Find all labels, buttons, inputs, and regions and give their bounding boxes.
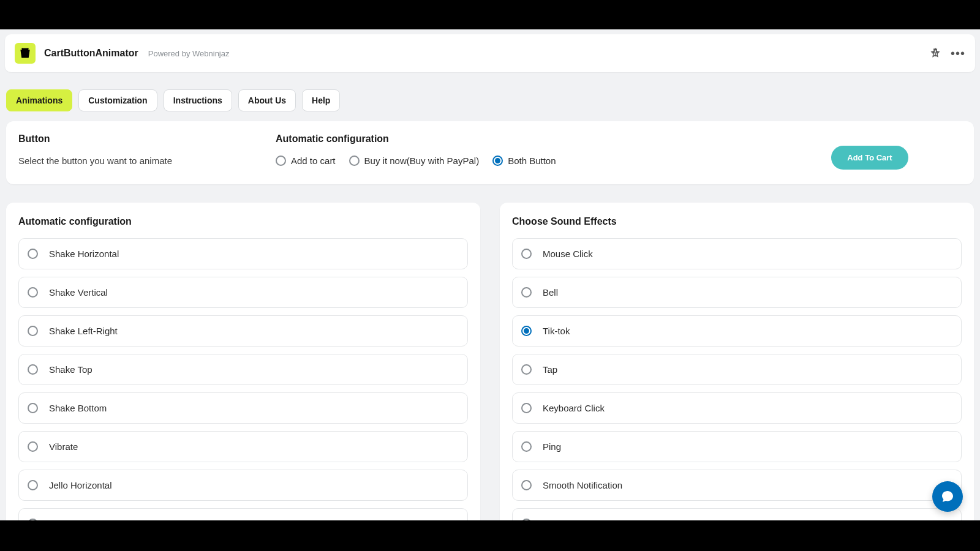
animation-option-label: Shake Horizontal <box>49 249 119 259</box>
radio-icon <box>492 156 503 166</box>
animation-option[interactable]: Jello Horizontal <box>18 470 468 501</box>
animation-option[interactable]: Shake Top <box>18 354 468 385</box>
radio-icon <box>28 441 38 452</box>
button-section-title: Button <box>18 133 263 144</box>
preview-add-to-cart-button[interactable]: Add To Cart <box>831 146 908 170</box>
powered-by-text: Powered by Webninjaz <box>148 49 230 58</box>
more-icon[interactable]: ••• <box>951 47 965 61</box>
header-right: ••• <box>930 47 965 61</box>
auto-config-option-label: Both Button <box>508 156 556 166</box>
radio-icon <box>521 403 532 413</box>
auto-config-option[interactable]: Both Button <box>492 156 556 166</box>
radio-icon <box>28 287 38 298</box>
animation-option-label: Shake Left-Right <box>49 326 118 336</box>
animations-list: Shake HorizontalShake VerticalShake Left… <box>18 238 468 520</box>
animation-option[interactable]: Vibrate <box>18 431 468 462</box>
sound-option-label: Tap <box>543 364 557 375</box>
auto-config-section: Automatic configuration Add to cartBuy i… <box>276 133 766 166</box>
sound-option[interactable]: Keyboard Click <box>512 392 962 424</box>
animation-option-label: Jello Horizontal <box>49 480 112 490</box>
radio-icon <box>521 441 532 452</box>
sound-option[interactable]: Ping <box>512 431 962 462</box>
radio-icon <box>28 364 38 375</box>
button-section-subtitle: Select the button you want to animate <box>18 156 263 166</box>
sound-option-label: Tik-tok <box>543 326 570 336</box>
radio-icon <box>28 249 38 259</box>
animation-option-label: Shake Bottom <box>49 403 107 413</box>
animation-option-label: Vibrate <box>49 441 78 452</box>
auto-config-title: Automatic configuration <box>276 133 766 144</box>
radio-icon <box>28 403 38 413</box>
tabs-container: AnimationsCustomizationInstructionsAbout… <box>0 72 980 121</box>
tab-help[interactable]: Help <box>302 89 340 111</box>
sound-option[interactable]: Tap <box>512 354 962 385</box>
sound-option[interactable]: Bell <box>512 277 962 308</box>
radio-icon <box>521 480 532 490</box>
sound-option-label: Mouse Click <box>543 249 593 259</box>
auto-config-option-label: Add to cart <box>291 156 336 166</box>
sound-option-label: Bell <box>543 287 558 298</box>
animation-option-label: Shake Top <box>49 364 92 375</box>
sound-option-label: Ping <box>543 441 561 452</box>
app-wrapper: CartButtonAnimator Powered by Webninjaz … <box>0 29 980 520</box>
app-logo-icon <box>15 43 36 64</box>
animations-panel: Automatic configuration Shake Horizontal… <box>6 203 480 520</box>
animation-option[interactable]: Shake Bottom <box>18 392 468 424</box>
radio-icon <box>521 249 532 259</box>
chat-fab-button[interactable] <box>932 481 963 512</box>
animation-option-label: Shake Vertical <box>49 287 108 298</box>
animation-option[interactable]: Shake Left-Right <box>18 315 468 347</box>
sounds-list: Mouse ClickBellTik-tokTapKeyboard ClickP… <box>512 238 962 520</box>
pin-icon[interactable] <box>930 48 941 59</box>
preview-column: Add To Cart <box>778 133 962 170</box>
app-header: CartButtonAnimator Powered by Webninjaz … <box>5 34 975 72</box>
tab-customization[interactable]: Customization <box>78 89 157 111</box>
radio-icon <box>28 326 38 336</box>
sound-option[interactable]: Notification <box>512 508 962 520</box>
auto-config-option[interactable]: Buy it now(Buy with PayPal) <box>349 156 480 166</box>
sound-option[interactable]: Mouse Click <box>512 238 962 269</box>
auto-config-option[interactable]: Add to cart <box>276 156 336 166</box>
radio-icon <box>521 287 532 298</box>
button-section: Button Select the button you want to ani… <box>18 133 263 166</box>
tab-about-us[interactable]: About Us <box>238 89 296 111</box>
animations-panel-title: Automatic configuration <box>18 216 468 227</box>
app-title: CartButtonAnimator <box>44 48 138 59</box>
bottom-letterbox <box>0 520 980 551</box>
two-column-layout: Automatic configuration Shake Horizontal… <box>6 203 974 520</box>
sounds-panel-title: Choose Sound Effects <box>512 216 962 227</box>
radio-icon <box>276 156 286 166</box>
header-left: CartButtonAnimator Powered by Webninjaz <box>15 43 230 64</box>
tab-instructions[interactable]: Instructions <box>164 89 232 111</box>
radio-icon <box>349 156 360 166</box>
animation-option[interactable]: Jello Vertical <box>18 508 468 520</box>
sound-option-label: Keyboard Click <box>543 403 605 413</box>
radio-icon <box>521 326 532 336</box>
radio-icon <box>521 364 532 375</box>
sound-option-label: Smooth Notification <box>543 480 622 490</box>
sound-option[interactable]: Smooth Notification <box>512 470 962 501</box>
auto-config-radio-row: Add to cartBuy it now(Buy with PayPal)Bo… <box>276 156 766 166</box>
radio-icon <box>28 480 38 490</box>
sounds-panel: Choose Sound Effects Mouse ClickBellTik-… <box>500 203 974 520</box>
auto-config-option-label: Buy it now(Buy with PayPal) <box>364 156 480 166</box>
button-config-card: Button Select the button you want to ani… <box>6 121 974 184</box>
tab-animations[interactable]: Animations <box>6 89 72 111</box>
animation-option[interactable]: Shake Vertical <box>18 277 468 308</box>
sound-option[interactable]: Tik-tok <box>512 315 962 347</box>
animation-option[interactable]: Shake Horizontal <box>18 238 468 269</box>
